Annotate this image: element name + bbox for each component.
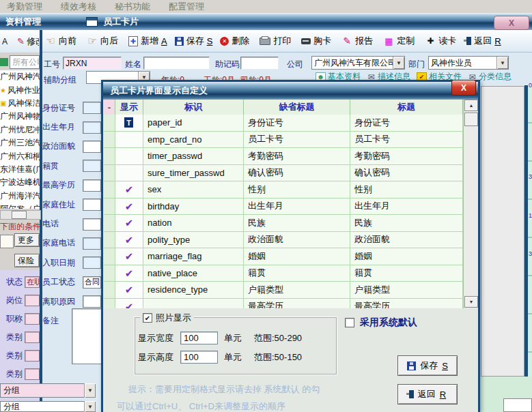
memo-textarea[interactable] (72, 308, 102, 364)
chevron-down-icon[interactable]: ▼ (84, 383, 96, 398)
field-id-cell[interactable]: polity_type (143, 232, 244, 248)
default-title-cell[interactable]: 民族 (244, 215, 350, 231)
field-id-cell[interactable]: paper_id (143, 115, 244, 131)
toolbar-button[interactable]: 打印 (260, 35, 294, 47)
default-title-cell[interactable]: 确认密码 (244, 165, 350, 181)
dept-select[interactable]: 风神作业员 ▼ (428, 56, 509, 70)
filter-input[interactable] (25, 368, 40, 380)
field-id-cell[interactable]: sure_timer_passwd (143, 165, 244, 181)
default-title-cell[interactable]: 身份证号 (244, 115, 350, 131)
table-row[interactable]: ✔ birthday 出生年月 出生年月 (104, 198, 463, 216)
field-id-cell[interactable]: emp_card_no (143, 132, 244, 148)
toolbar-button[interactable]: 保存S (175, 35, 213, 47)
insurance-button[interactable]: 保险 (14, 254, 40, 267)
table-row[interactable]: ✔ sure_timer_passwd 确认密码 确认密码 (104, 165, 463, 182)
table-row[interactable]: ✔ residence_type 户籍类型 户籍类型 (104, 282, 463, 299)
show-checkbox-cell[interactable]: ✔ (115, 282, 143, 298)
tree-item[interactable]: 广州六和桐 (0, 149, 40, 162)
field-id-cell[interactable]: marriage_flag (143, 248, 244, 265)
header-id[interactable]: 标识 (143, 100, 244, 115)
modify-button[interactable]: 修改 (27, 35, 39, 48)
card-field-input[interactable] (83, 218, 101, 231)
default-title-cell[interactable]: 政治面貌 (244, 232, 350, 248)
title-cell[interactable]: 考勤密码 (350, 148, 463, 164)
show-checkbox-cell[interactable]: ✔ (115, 215, 143, 231)
checkbox-checked-icon[interactable]: ✔ (143, 313, 152, 323)
menu-item[interactable]: 绩效考核 (61, 1, 96, 13)
tree-item[interactable]: 阿尔发（广州 (0, 203, 40, 209)
card-field-input[interactable] (83, 256, 101, 269)
close-button[interactable]: X (494, 16, 529, 30)
emp-no-input[interactable]: JRXN (63, 57, 122, 70)
show-checkbox-cell[interactable]: ✔ (115, 265, 143, 282)
default-title-cell[interactable]: 户籍类型 (244, 282, 350, 298)
card-field-input[interactable] (83, 160, 101, 172)
field-id-cell[interactable]: sex (143, 181, 244, 198)
default-title-cell[interactable]: 考勤密码 (244, 148, 350, 164)
menu-item[interactable]: 考勤管理 (7, 1, 42, 13)
tree-item[interactable]: 宁波达峰机械 (0, 176, 40, 189)
company-filter-combo[interactable]: 所有公司 (0, 55, 40, 69)
table-row[interactable]: ✔ polity_type 政治面貌 政治面貌 (104, 232, 463, 249)
tree-item[interactable]: 风神保洁 (0, 97, 40, 110)
toolbar-button[interactable]: 新增A (128, 35, 167, 47)
tree-item[interactable]: 广州忧尼冲压 (0, 123, 40, 136)
menu-item[interactable]: 配置管理 (169, 1, 204, 13)
height-input[interactable]: 100 (180, 351, 218, 364)
card-field-input[interactable] (83, 141, 101, 153)
photo-display-toggle[interactable]: ✔ 照片显示 (140, 312, 194, 324)
table-row[interactable]: ✔ native_place 籍贯 籍贯 (104, 265, 463, 282)
title-cell[interactable]: 员工卡号 (350, 132, 463, 148)
chevron-down-icon[interactable]: ▼ (496, 57, 508, 69)
title-cell[interactable]: 身份证号 (350, 115, 463, 131)
toolbar-button[interactable]: 读卡 (425, 35, 459, 47)
table-row[interactable]: ✔ marriage_flag 婚姻 婚姻 (104, 248, 463, 265)
system-default-toggle[interactable]: 采用系统默认 (345, 317, 417, 329)
horizontal-scrollbar[interactable] (0, 210, 41, 220)
default-title-cell[interactable]: 婚姻 (244, 248, 350, 265)
field-id-cell[interactable]: timer_passwd (143, 148, 244, 164)
tab-data-management[interactable]: 资料管理 (5, 16, 41, 28)
field-id-cell[interactable] (143, 299, 244, 309)
show-checkbox-cell[interactable]: ✔ (115, 181, 143, 198)
filter-input[interactable] (25, 295, 40, 306)
more-button[interactable]: 更多 (14, 233, 40, 247)
filter-input[interactable] (25, 313, 40, 325)
show-checkbox-cell[interactable]: ✔ (115, 232, 143, 248)
show-checkbox-cell[interactable]: ✔ (115, 198, 143, 215)
tree-item[interactable]: 风神作业 (0, 83, 40, 96)
title-cell[interactable]: 政治面貌 (350, 232, 463, 248)
scrollbar-thumb[interactable] (12, 211, 27, 219)
title-cell[interactable]: 户籍类型 (350, 282, 463, 298)
tree-item[interactable]: 广州风神汽车 (0, 70, 40, 83)
return-button[interactable]: 返回R (397, 384, 458, 404)
dialog-close-button[interactable]: X (451, 80, 476, 95)
field-id-cell[interactable]: birthday (143, 198, 244, 215)
title-cell[interactable]: 民族 (350, 215, 463, 231)
mnemonic-input[interactable] (240, 57, 279, 70)
header-default-title[interactable]: 缺省标题 (244, 100, 350, 115)
show-checkbox-cell[interactable]: ✔ (115, 299, 143, 309)
table-row[interactable]: ✔ sex 性别 性别 (104, 181, 463, 198)
checkbox-unchecked-icon[interactable] (345, 318, 354, 327)
card-field-input[interactable] (83, 237, 101, 250)
field-id-cell[interactable]: residence_type (143, 282, 244, 298)
card-field-input[interactable]: 合同 (83, 276, 101, 289)
tree-item[interactable]: 广州三池汽车 (0, 136, 40, 149)
show-checkbox-cell[interactable]: ✔ T (115, 115, 143, 131)
default-title-cell[interactable]: 籍贯 (244, 265, 350, 282)
table-row[interactable]: ✔ emp_card_no 员工卡号 员工卡号 (104, 132, 463, 149)
default-title-cell[interactable]: 出生年月 (244, 198, 350, 215)
card-field-input[interactable] (83, 102, 101, 114)
title-cell[interactable]: 出生年月 (350, 198, 463, 215)
show-checkbox-cell[interactable]: ✔ (115, 132, 143, 148)
card-field-input[interactable] (83, 295, 101, 308)
title-cell[interactable]: 性别 (350, 181, 463, 198)
toolbar-button[interactable]: 定制 (383, 35, 417, 47)
field-id-cell[interactable]: native_place (143, 265, 244, 282)
chevron-down-icon[interactable]: ▼ (84, 401, 96, 412)
toolbar-button[interactable]: 报告 (341, 35, 376, 47)
table-row[interactable]: ✔ 最高学历 最高学历 (104, 299, 463, 309)
filter-input[interactable]: 在职 (25, 276, 40, 288)
title-cell[interactable]: 婚姻 (350, 248, 463, 265)
